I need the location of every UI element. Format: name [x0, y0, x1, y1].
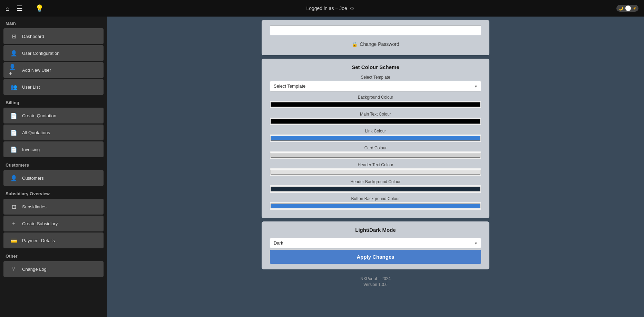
card-colour-input[interactable]: [270, 151, 481, 159]
colour-row-card: Card Colour: [270, 146, 481, 159]
password-input-stub[interactable]: [270, 26, 481, 35]
sidebar-label-create-subsidiary: Create Subsidiary: [22, 221, 58, 226]
sidebar-item-create-quotation[interactable]: 📄 Create Quotation: [3, 108, 104, 123]
sidebar-label-user-configuration: User Configuration: [22, 51, 59, 56]
content-wrapper: 🔒 Change Password Set Colour Scheme Sele…: [262, 20, 489, 291]
footer-line1: NXPortal – 2024: [262, 276, 489, 281]
bulb-icon[interactable]: 💡: [35, 4, 44, 12]
light-dark-select-wrapper: Dark Light: [270, 238, 481, 248]
light-dark-select[interactable]: Dark Light: [270, 238, 481, 248]
toggle-knob: [625, 6, 631, 11]
footer: NXPortal – 2024 Version 1.0.6: [262, 276, 489, 291]
customers-icon: 👤: [9, 173, 19, 183]
light-dark-mode-card: Light/Dark Mode Dark Light Apply Changes: [262, 221, 489, 269]
card-colour-label: Card Colour: [270, 146, 481, 150]
moon-icon: 🌙: [618, 6, 623, 11]
link-colour-input[interactable]: [270, 135, 481, 142]
select-template-label: Select Template: [270, 75, 481, 80]
change-log-icon: ⑂: [9, 264, 19, 274]
change-password-card: 🔒 Change Password: [262, 20, 489, 55]
payment-details-icon: 💳: [9, 236, 19, 245]
sidebar-item-user-list[interactable]: 👥 User List: [3, 79, 104, 95]
background-colour-label: Background Colour: [270, 95, 481, 100]
sidebar: Main ⊞ Dashboard 👤 User Configuration 👤+…: [0, 0, 107, 317]
header-bg-colour-input[interactable]: [270, 185, 481, 193]
light-dark-mode-title: Light/Dark Mode: [270, 227, 481, 233]
sidebar-label-customers: Customers: [22, 176, 44, 181]
sidebar-label-subsidiaries: Subsidiaries: [22, 204, 47, 209]
select-template-dropdown[interactable]: Select Template: [270, 81, 481, 91]
link-colour-label: Link Colour: [270, 129, 481, 133]
lock-icon: 🔒: [352, 41, 358, 47]
all-quotations-icon: 📄: [9, 128, 19, 137]
sidebar-label-all-quotations: All Quotations: [22, 130, 50, 135]
colour-row-link: Link Colour: [270, 129, 481, 142]
user-icon: ⊙: [350, 6, 354, 11]
apply-changes-button[interactable]: Apply Changes: [270, 250, 481, 264]
sidebar-label-change-log: Change Log: [22, 267, 47, 272]
sidebar-label-invoicing: Invoicing: [22, 147, 40, 152]
main-content: 🔒 Change Password Set Colour Scheme Sele…: [107, 0, 644, 317]
sidebar-item-all-quotations[interactable]: 📄 All Quotations: [3, 125, 104, 140]
sidebar-section-customers: Customers: [0, 158, 107, 169]
select-template-wrapper: Select Template: [270, 81, 481, 91]
colour-row-main-text: Main Text Colour: [270, 112, 481, 125]
main-text-colour-input[interactable]: [270, 118, 481, 125]
sidebar-label-user-list: User List: [22, 85, 40, 90]
sidebar-item-subsidiaries[interactable]: ⊞ Subsidiaries: [3, 199, 104, 215]
colour-row-button-bg: Button Background Colour: [270, 196, 481, 210]
topbar-right: 🌙 ☀: [616, 5, 638, 12]
sidebar-item-dashboard[interactable]: ⊞ Dashboard: [3, 28, 104, 44]
colour-scheme-title: Set Colour Scheme: [270, 64, 481, 70]
sidebar-section-other: Other: [0, 249, 107, 260]
sidebar-item-add-new-user[interactable]: 👤+ Add New User: [3, 62, 104, 78]
topbar: ⌂ ☰ 💡 Logged in as – Joe ⊙ 🌙 ☀: [0, 0, 644, 17]
background-colour-input[interactable]: [270, 101, 481, 108]
sidebar-label-dashboard: Dashboard: [22, 34, 44, 39]
colour-row-background: Background Colour: [270, 95, 481, 108]
sidebar-section-billing: Billing: [0, 96, 107, 107]
colour-row-header-bg: Header Background Colour: [270, 179, 481, 193]
button-bg-colour-input[interactable]: [270, 202, 481, 210]
sidebar-label-payment-details: Payment Details: [22, 238, 55, 243]
user-list-icon: 👥: [9, 82, 19, 92]
sidebar-section-main: Main: [0, 17, 107, 27]
sidebar-item-invoicing[interactable]: 📄 Invoicing: [3, 141, 104, 157]
sidebar-item-change-log[interactable]: ⑂ Change Log: [3, 261, 104, 277]
sidebar-label-create-quotation: Create Quotation: [22, 113, 56, 118]
sidebar-item-user-configuration[interactable]: 👤 User Configuration: [3, 45, 104, 61]
create-subsidiary-icon: ＋: [9, 219, 19, 228]
main-text-colour-label: Main Text Colour: [270, 112, 481, 117]
invoicing-icon: 📄: [9, 145, 19, 154]
subsidiaries-icon: ⊞: [9, 202, 19, 211]
footer-line2: Version 1.0.6: [262, 282, 489, 287]
sidebar-item-payment-details[interactable]: 💳 Payment Details: [3, 232, 104, 248]
change-password-bar[interactable]: 🔒 Change Password: [270, 39, 481, 50]
dashboard-icon: ⊞: [9, 31, 19, 41]
dark-mode-toggle[interactable]: 🌙 ☀: [616, 5, 638, 12]
topbar-left: ⌂ ☰ 💡: [6, 4, 44, 12]
topbar-logged-in: Logged in as – Joe ⊙: [306, 6, 354, 11]
colour-scheme-card: Set Colour Scheme Select Template Select…: [262, 59, 489, 218]
home-icon[interactable]: ⌂: [6, 4, 10, 12]
colour-row-header-text: Header Text Colour: [270, 162, 481, 176]
change-password-label: Change Password: [360, 41, 399, 47]
create-quotation-icon: 📄: [9, 111, 19, 120]
header-text-colour-label: Header Text Colour: [270, 162, 481, 167]
header-text-colour-input[interactable]: [270, 168, 481, 176]
sidebar-item-customers[interactable]: 👤 Customers: [3, 170, 104, 186]
button-bg-colour-label: Button Background Colour: [270, 196, 481, 201]
add-user-icon: 👤+: [9, 65, 19, 75]
header-bg-colour-label: Header Background Colour: [270, 179, 481, 184]
sidebar-label-add-new-user: Add New User: [22, 68, 51, 73]
menu-icon[interactable]: ☰: [17, 4, 23, 12]
user-config-icon: 👤: [9, 48, 19, 58]
sidebar-section-subsidiary: Subsidiary Overview: [0, 187, 107, 198]
sun-icon: ☀: [633, 6, 636, 11]
sidebar-item-create-subsidiary[interactable]: ＋ Create Subsidiary: [3, 216, 104, 231]
